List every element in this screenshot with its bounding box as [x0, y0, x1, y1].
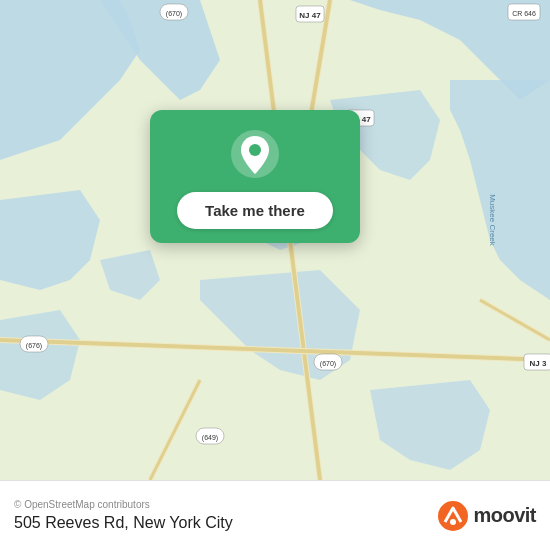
svg-text:CR 646: CR 646	[512, 10, 536, 17]
moovit-brand-icon	[437, 500, 469, 532]
moovit-brand-text: moovit	[473, 504, 536, 527]
svg-text:NJ 47: NJ 47	[299, 11, 321, 20]
svg-point-32	[438, 501, 468, 531]
svg-text:(649): (649)	[202, 434, 218, 442]
map-container: NJ 47 NJ 47 NJ 47 (670) (670) (649) (676…	[0, 0, 550, 480]
location-card: Take me there	[150, 110, 360, 243]
copyright-text: © OpenStreetMap contributors	[14, 499, 233, 510]
svg-text:NJ 3: NJ 3	[530, 359, 547, 368]
svg-point-33	[450, 519, 456, 525]
svg-text:(676): (676)	[26, 342, 42, 350]
location-pin-icon	[229, 128, 281, 180]
svg-text:Muskee Creek: Muskee Creek	[488, 194, 497, 247]
bottom-info: © OpenStreetMap contributors 505 Reeves …	[14, 499, 233, 532]
svg-text:(670): (670)	[166, 10, 182, 18]
bottom-bar: © OpenStreetMap contributors 505 Reeves …	[0, 480, 550, 550]
svg-point-31	[249, 144, 261, 156]
svg-text:(670): (670)	[320, 360, 336, 368]
take-me-there-button[interactable]: Take me there	[177, 192, 333, 229]
address-text: 505 Reeves Rd, New York City	[14, 514, 233, 532]
moovit-logo: moovit	[437, 500, 536, 532]
